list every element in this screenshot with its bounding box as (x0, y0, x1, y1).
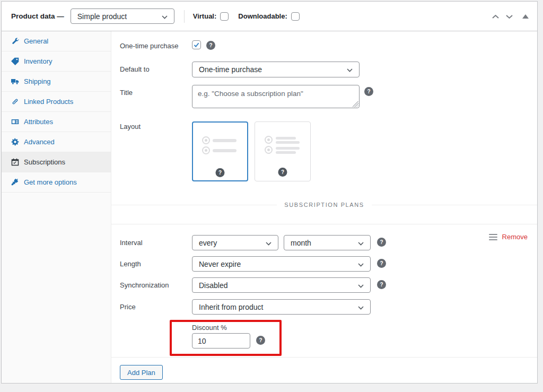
one-time-purchase-help-icon[interactable]: ? (206, 41, 215, 50)
interval-every-select[interactable]: every (192, 235, 278, 250)
sidebar-item-advanced[interactable]: Advanced (2, 132, 111, 152)
link-icon (11, 98, 19, 106)
chevron-down-icon (354, 303, 364, 311)
text-line-glyph (276, 147, 300, 150)
truck-icon (11, 77, 19, 85)
synchronization-label: Synchronization (120, 281, 169, 289)
default-to-value: One-time purchase (199, 65, 262, 74)
chevron-down-icon (354, 239, 364, 247)
checkmark-icon (193, 41, 200, 48)
interval-label: Interval (120, 239, 143, 247)
add-plan-button[interactable]: Add Plan (120, 365, 163, 380)
text-line-glyph (276, 141, 300, 144)
sidebar-item-attributes[interactable]: Attributes (2, 112, 111, 132)
layout-option-help-icon[interactable]: ? (278, 168, 287, 177)
downloadable-checkbox[interactable] (291, 12, 300, 21)
header-controls (492, 2, 529, 31)
radio-glyph (265, 146, 273, 154)
chevron-down-icon (343, 65, 353, 74)
drag-handle-icon[interactable] (489, 234, 497, 240)
sidebar-item-get-more-options[interactable]: Get more options (2, 172, 111, 193)
text-line-glyph (276, 151, 296, 154)
sidebar-item-label: Linked Products (24, 98, 73, 106)
interval-help-icon[interactable]: ? (377, 238, 386, 247)
index-card-icon (11, 118, 19, 126)
radio-glyph (265, 136, 273, 144)
synchronization-select[interactable]: Disabled (192, 277, 371, 293)
move-up-icon[interactable] (492, 14, 500, 19)
length-help-icon[interactable]: ? (377, 259, 386, 268)
one-time-purchase-checkbox[interactable] (192, 40, 201, 49)
sidebar-item-linked-products[interactable]: Linked Products (2, 92, 111, 112)
synchronization-value: Disabled (199, 281, 227, 290)
radio-glyph (202, 146, 210, 154)
panel-body: General Inventory Shipping Linked Produc… (2, 31, 537, 383)
interval-every-value: every (199, 239, 217, 247)
sidebar-item-subscriptions[interactable]: Subscriptions (2, 152, 111, 172)
sidebar-item-label: Subscriptions (24, 158, 65, 166)
sidebar-item-label: Attributes (24, 118, 53, 126)
sidebar-item-label: Shipping (24, 77, 51, 85)
sidebar-item-label: Advanced (24, 138, 55, 146)
synchronization-help-icon[interactable]: ? (377, 280, 386, 289)
layout-label: Layout (120, 123, 141, 130)
discount-help-icon[interactable]: ? (256, 336, 265, 345)
tag-icon (11, 57, 19, 65)
sidebar-item-general[interactable]: General (2, 31, 111, 51)
default-to-label: Default to (120, 65, 150, 73)
radio-glyph (202, 136, 210, 144)
layout-option-radio-list[interactable]: ? (192, 121, 248, 181)
text-line-glyph (213, 139, 237, 142)
length-value: Never expire (199, 260, 241, 268)
chevron-down-icon (261, 239, 272, 247)
sidebar: General Inventory Shipping Linked Produc… (2, 31, 111, 383)
length-label: Length (120, 260, 141, 268)
text-line-glyph (276, 137, 296, 140)
sidebar-item-label: General (24, 37, 48, 45)
remove-plan-link[interactable]: Remove (502, 233, 528, 241)
collapse-toggle-icon[interactable] (522, 14, 529, 19)
plug-icon (11, 178, 19, 186)
length-select[interactable]: Never expire (192, 256, 371, 272)
sidebar-item-label: Inventory (24, 57, 52, 65)
wrench-icon (11, 37, 19, 45)
price-value: Inherit from product (199, 303, 263, 311)
panel-header: Product data — Simple product Virtual: D… (2, 2, 537, 31)
product-type-value: Simple product (77, 12, 127, 21)
plan-bottom-rule (111, 357, 537, 358)
price-select[interactable]: Inherit from product (192, 299, 371, 315)
move-down-icon[interactable] (505, 14, 513, 19)
subscription-plans-heading: SUBSCRIPTION PLANS (277, 202, 371, 208)
title-input[interactable] (192, 85, 360, 108)
subscription-plans-divider: SUBSCRIPTION PLANS (111, 202, 537, 208)
discount-label: Discount % (192, 324, 227, 332)
interval-period-select[interactable]: month (284, 235, 371, 250)
plan-top-rule (111, 224, 537, 224)
default-to-select[interactable]: One-time purchase (192, 62, 360, 77)
text-line-glyph (213, 149, 237, 152)
chevron-down-icon (354, 281, 364, 290)
resize-grip-icon[interactable] (353, 101, 358, 107)
sidebar-item-label: Get more options (24, 178, 77, 186)
virtual-checkbox[interactable] (220, 12, 229, 21)
title-help-icon[interactable]: ? (364, 87, 373, 96)
layout-option-radio-stacked[interactable]: ? (255, 121, 311, 181)
downloadable-label: Downloadable: (238, 12, 287, 20)
header-separator (184, 10, 185, 23)
virtual-label: Virtual: (193, 12, 217, 20)
interval-period-value: month (291, 239, 311, 247)
product-type-select[interactable]: Simple product (71, 8, 174, 24)
sidebar-item-shipping[interactable]: Shipping (2, 72, 111, 92)
subscriptions-tab-content: One-time purchase ? Default to One-time … (111, 31, 537, 383)
plan-row-controls: Remove (489, 233, 528, 241)
title-label: Title (120, 89, 133, 97)
panel-title: Product data — (11, 12, 64, 20)
product-data-panel: Product data — Simple product Virtual: D… (1, 1, 538, 384)
sidebar-item-inventory[interactable]: Inventory (2, 51, 111, 72)
discount-input[interactable] (192, 333, 250, 349)
chevron-down-icon (157, 12, 168, 21)
chevron-down-icon (354, 260, 364, 268)
price-label: Price (120, 303, 136, 311)
gear-icon (11, 138, 19, 146)
layout-option-help-icon[interactable]: ? (216, 168, 225, 177)
